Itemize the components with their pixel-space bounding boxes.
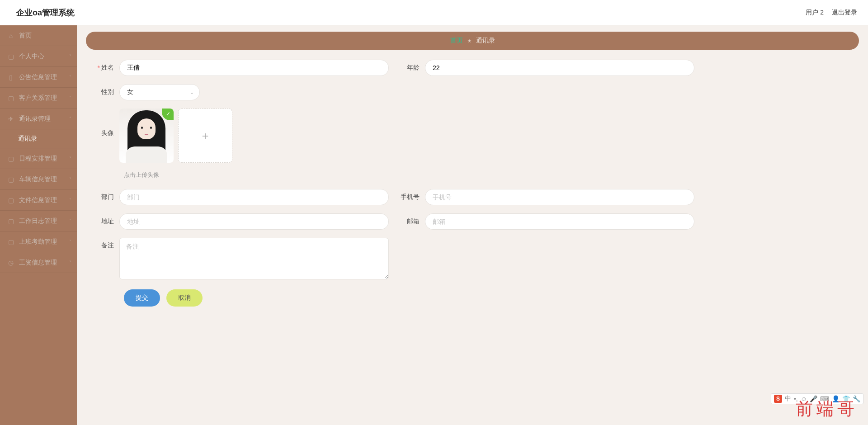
phone-label: 手机号 — [396, 193, 425, 201]
ime-lang[interactable]: 中 — [785, 395, 791, 403]
sidebar-item-label: 车辆信息管理 — [19, 175, 57, 184]
sidebar-item-label: 上班考勤管理 — [19, 238, 57, 246]
chevron-down-icon: ˅ — [69, 198, 71, 203]
sidebar-item-attendance[interactable]: ▢ 上班考勤管理 ˅ — [0, 231, 77, 252]
breadcrumb-separator: ★ — [467, 38, 472, 43]
sidebar-item-label: 公告信息管理 — [19, 73, 57, 81]
sidebar-item-salary[interactable]: ◷ 工资信息管理 ˅ — [0, 252, 77, 273]
main-content: 首页 ★ 通讯录 *姓名 年龄 性别 — [77, 25, 868, 425]
app-title: 企业oa管理系统 — [16, 7, 75, 18]
age-input[interactable] — [425, 60, 694, 76]
chevron-down-icon: ⌄ — [190, 90, 194, 95]
remark-textarea[interactable] — [119, 238, 389, 279]
sidebar-item-label: 工作日志管理 — [19, 217, 57, 225]
chevron-down-icon: ˅ — [69, 54, 71, 59]
sidebar-item-label: 工资信息管理 — [19, 259, 57, 267]
chevron-down-icon: ˅ — [69, 95, 71, 100]
sidebar-item-customer[interactable]: ▢ 客户关系管理 ˅ — [0, 88, 77, 109]
sidebar: ⌂ 首页 ▢ 个人中心 ˅ ▯ 公告信息管理 ˅ ▢ 客户关系管理 ˅ ✈ 通讯… — [0, 25, 77, 425]
chevron-down-icon: ˅ — [69, 260, 71, 265]
email-label: 邮箱 — [396, 217, 425, 226]
upload-hint: 点击上传头像 — [124, 171, 854, 179]
chevron-down-icon: ˅ — [69, 75, 71, 80]
grid-icon: ▢ — [7, 217, 14, 225]
send-icon: ✈ — [7, 115, 14, 123]
breadcrumb-current: 通讯录 — [476, 37, 495, 45]
breadcrumb: 首页 ★ 通讯录 — [86, 32, 859, 50]
sidebar-sub-contacts[interactable]: 通讯录 — [0, 129, 77, 148]
user-icon: ▢ — [7, 155, 14, 162]
sidebar-item-label: 个人中心 — [19, 52, 44, 61]
sidebar-item-label: 通讯录管理 — [19, 115, 51, 123]
sidebar-item-vehicle[interactable]: ▢ 车辆信息管理 ˅ — [0, 169, 77, 190]
file-icon: ▢ — [7, 197, 14, 204]
sidebar-item-contacts[interactable]: ✈ 通讯录管理 ˄ — [0, 109, 77, 129]
sidebar-item-label: 客户关系管理 — [19, 94, 57, 102]
sidebar-item-schedule[interactable]: ▢ 日程安排管理 ˅ — [0, 148, 77, 169]
dept-input[interactable] — [119, 189, 389, 205]
calendar-icon: ▢ — [7, 176, 14, 183]
avatar-label: 头像 — [90, 109, 119, 137]
remark-label: 备注 — [90, 238, 119, 250]
user-icon: ▢ — [7, 53, 14, 60]
clock-icon: ◷ — [7, 259, 14, 266]
avatar-upload-button[interactable]: ＋ — [178, 109, 232, 163]
contact-form: *姓名 年龄 性别 女 ⌄ — [86, 58, 859, 316]
sidebar-item-announce[interactable]: ▯ 公告信息管理 ˅ — [0, 67, 77, 88]
gender-label: 性别 — [90, 88, 119, 96]
gender-select[interactable]: 女 ⌄ — [119, 84, 200, 100]
chart-icon: ▯ — [7, 74, 14, 81]
book-icon: ▢ — [7, 94, 14, 102]
chevron-down-icon: ˅ — [69, 156, 71, 161]
sidebar-item-home[interactable]: ⌂ 首页 — [0, 25, 77, 46]
addr-label: 地址 — [90, 217, 119, 226]
phone-input[interactable] — [425, 189, 694, 205]
avatar-thumbnail[interactable]: ✓ — [119, 109, 174, 163]
check-icon: ✓ — [162, 109, 174, 120]
sidebar-item-label: 文件信息管理 — [19, 196, 57, 204]
logout-link[interactable]: 退出登录 — [832, 9, 857, 17]
sidebar-sub-label: 通讯录 — [18, 135, 37, 143]
app-header: 企业oa管理系统 用户 2 退出登录 — [0, 0, 868, 25]
sidebar-item-personal[interactable]: ▢ 个人中心 ˅ — [0, 46, 77, 67]
chevron-down-icon: ˅ — [69, 218, 71, 223]
chevron-down-icon: ˅ — [69, 239, 71, 244]
header-user[interactable]: 用户 2 — [806, 9, 824, 17]
chevron-down-icon: ˅ — [69, 177, 71, 182]
sidebar-item-worklog[interactable]: ▢ 工作日志管理 ˅ — [0, 211, 77, 231]
sidebar-item-label: 首页 — [19, 32, 32, 40]
name-input[interactable] — [119, 60, 389, 76]
email-input[interactable] — [425, 213, 694, 230]
sogou-icon: S — [774, 395, 782, 403]
age-label: 年龄 — [396, 64, 425, 72]
submit-button[interactable]: 提交 — [124, 289, 160, 307]
sidebar-item-label: 日程安排管理 — [19, 155, 57, 163]
cancel-button[interactable]: 取消 — [166, 289, 203, 307]
sidebar-item-files[interactable]: ▢ 文件信息管理 ˅ — [0, 190, 77, 211]
flag-icon: ▢ — [7, 238, 14, 246]
breadcrumb-home[interactable]: 首页 — [450, 37, 463, 45]
chevron-up-icon: ˄ — [69, 116, 71, 121]
gender-value: 女 — [127, 88, 133, 96]
watermark: 前端哥 — [796, 397, 858, 420]
plus-icon: ＋ — [200, 128, 211, 143]
dept-label: 部门 — [90, 193, 119, 201]
addr-input[interactable] — [119, 213, 389, 230]
home-icon: ⌂ — [7, 32, 14, 39]
name-label: *姓名 — [90, 64, 119, 72]
